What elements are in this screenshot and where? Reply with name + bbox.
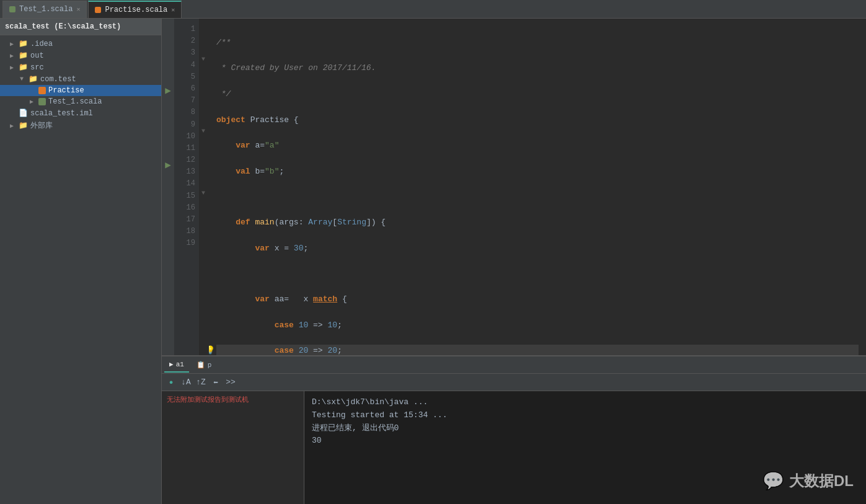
sidebar: scala_test (E:\scala_test) ▶ 📁 .idea ▶ 📁…	[0, 19, 162, 504]
chevron-icon	[30, 87, 36, 94]
sidebar-item-external[interactable]: ▶ 📁 外部库	[0, 119, 161, 132]
tab-practise[interactable]: Practise.scala ✕	[88, 1, 182, 18]
watermark-icon: 💬	[762, 471, 784, 492]
run-gutter: ▶ ▶	[162, 19, 174, 355]
console-line-3: 30	[312, 435, 859, 448]
sidebar-item-test1[interactable]: ▶ Test_1.scala	[0, 96, 161, 107]
tab-icon-green	[9, 6, 15, 12]
folder-icon: 📁	[19, 51, 28, 60]
tree-label: .idea	[30, 40, 53, 48]
sidebar-item-out[interactable]: ▶ 📁 out	[0, 50, 161, 61]
code-text[interactable]: /** * Created by User on 2017/11/16. */ …	[209, 19, 866, 355]
line-numbers: 1 2 3 4 5 6 7 8 9 10 11 12 13 14 15 16 1	[174, 19, 199, 355]
fold-gutter: ▼ ▼ ▼	[199, 19, 209, 355]
chevron-icon: ▶	[10, 52, 16, 60]
code-editor[interactable]: ▶ ▶ 1 2 3 4 5 6 7 8 9 10 11 12 1	[162, 19, 866, 355]
sidebar-item-idea[interactable]: ▶ 📁 .idea	[0, 38, 161, 50]
bottom-content: 无法附加测试报告到测试机 D:\sxt\jdk7\bin\java ... Te…	[162, 391, 866, 504]
chevron-icon: ▶	[30, 98, 36, 105]
error-panel: 无法附加测试报告到测试机	[162, 391, 304, 504]
main-layout: scala_test (E:\scala_test) ▶ 📁 .idea ▶ 📁…	[0, 19, 866, 504]
folder-icon: 📁	[19, 39, 28, 48]
tree-label: scala_test.iml	[30, 109, 93, 118]
sidebar-item-comtest[interactable]: ▼ 📁 com.test	[0, 73, 161, 85]
bottom-tab-p-label: p	[208, 361, 212, 369]
fold-btn-3[interactable]: ▼	[199, 187, 208, 200]
bottom-tab-bar: ▶ a1 📋 p	[162, 356, 866, 374]
project-header: scala_test (E:\scala_test)	[0, 19, 161, 35]
bottom-tab-a1[interactable]: ▶ a1	[164, 358, 189, 373]
console-line-2: 进程已结束, 退出代码0	[312, 422, 859, 435]
chevron-icon	[10, 110, 16, 117]
run-button-def[interactable]: ▶	[162, 160, 174, 172]
fold-btn-2[interactable]: ▼	[199, 125, 208, 138]
filter-button[interactable]: ●	[164, 376, 178, 389]
watermark-text: 大数据DL	[789, 471, 854, 491]
close-tab-practise[interactable]: ✕	[171, 6, 175, 14]
chevron-icon: ▼	[20, 76, 26, 82]
tree-label: src	[30, 63, 44, 72]
folder-icon: 📁	[19, 63, 28, 72]
error-text: 无法附加测试报告到测试机	[167, 396, 249, 404]
bottom-panel: ▶ a1 📋 p ● ↓A ↑Z ⬅ >>	[162, 355, 866, 504]
tree-label: 外部库	[30, 120, 53, 131]
app-root: Test_1.scala ✕ Practise.scala ✕ scala_te…	[0, 0, 866, 504]
console-command: D:\sxt\jdk7\bin\java ...	[312, 396, 859, 409]
chevron-icon: ▶	[10, 122, 16, 130]
bottom-tab-p[interactable]: 📋 p	[192, 358, 217, 373]
tab-icon-orange	[95, 7, 101, 13]
sort-desc-button[interactable]: ↑Z	[194, 376, 208, 389]
tree-label: Test_1.scala	[48, 97, 102, 106]
iml-icon: 📄	[19, 108, 28, 118]
close-tab-test1[interactable]: ✕	[76, 6, 80, 13]
bottom-tab-p-icon: 📋	[197, 361, 205, 369]
chevron-icon: ▶	[10, 40, 16, 48]
run-button-main[interactable]: ▶	[162, 86, 174, 98]
bottom-toolbar: ● ↓A ↑Z ⬅ >>	[162, 374, 866, 391]
chevron-icon: ▶	[10, 64, 16, 71]
file-tree: ▶ 📁 .idea ▶ 📁 out ▶ 📁 src ▼ 📁	[0, 35, 161, 504]
folder-icon: 📁	[29, 74, 38, 84]
editor-area: ▶ ▶ 1 2 3 4 5 6 7 8 9 10 11 12 1	[162, 19, 866, 504]
bottom-tab-a1-label: a1	[176, 361, 184, 368]
lightbulb-icon[interactable]: 💡	[209, 345, 215, 355]
tab-bar: Test_1.scala ✕ Practise.scala ✕	[0, 0, 866, 19]
tab-label-practise: Practise.scala	[105, 6, 167, 14]
tab-test1[interactable]: Test_1.scala ✕	[2, 1, 87, 18]
bottom-tab-a1-icon: ▶	[169, 360, 174, 368]
align-left-button[interactable]: ⬅	[209, 376, 223, 389]
watermark: 💬 大数据DL	[762, 471, 854, 492]
tab-label-test1: Test_1.scala	[19, 5, 73, 14]
fold-btn-1[interactable]: ▼	[199, 53, 208, 66]
file-orange-icon	[38, 87, 46, 94]
sidebar-item-iml[interactable]: 📄 scala_test.iml	[0, 107, 161, 119]
tree-label: com.test	[40, 75, 76, 84]
folder-icon: 📁	[19, 121, 28, 130]
sidebar-item-src[interactable]: ▶ 📁 src	[0, 61, 161, 73]
console-line-1: Testing started at 15:34 ...	[312, 409, 859, 422]
tree-label: Practise	[48, 86, 84, 95]
sort-asc-button[interactable]: ↓A	[179, 376, 193, 389]
sidebar-item-practise[interactable]: Practise	[0, 85, 161, 96]
more-button[interactable]: >>	[224, 376, 237, 389]
project-title: scala_test (E:\scala_test)	[5, 22, 121, 31]
file-green-icon	[38, 98, 46, 105]
tree-label: out	[30, 51, 44, 60]
